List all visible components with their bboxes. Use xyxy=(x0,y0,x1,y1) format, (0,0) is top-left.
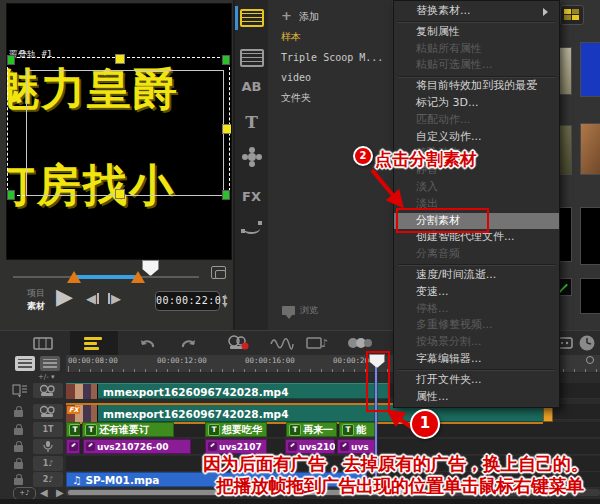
voice-clip[interactable]: uvs210726-00 xyxy=(83,439,191,454)
add-folder-button[interactable]: +添加 xyxy=(281,8,319,24)
videostudio-window: 魅力皇爵 订房找小 覆叠轨 #1 项目 素材 ▶ ◀ ▶ 00:00:22:01… xyxy=(0,0,600,504)
menu-item[interactable]: 变速... xyxy=(394,284,559,301)
track-view-toggle-b[interactable] xyxy=(40,356,60,371)
video-preview[interactable]: 魅力皇爵 订房找小 覆叠轨 #1 xyxy=(6,3,232,260)
scroll-left-button[interactable]: ◀ xyxy=(40,487,48,498)
rotate-handle[interactable] xyxy=(7,190,15,200)
title-clip[interactable]: T xyxy=(66,422,80,437)
rotate-handle[interactable] xyxy=(7,55,15,65)
music-track-2-icon[interactable]: 2♪ xyxy=(33,472,63,487)
browse-button[interactable]: 浏览 xyxy=(282,304,318,317)
menu-item[interactable]: 复制属性 xyxy=(394,24,559,41)
graphic-icon[interactable] xyxy=(238,145,265,169)
transition-icon[interactable]: AB xyxy=(238,74,265,98)
title-icon[interactable]: T xyxy=(238,110,265,134)
undo-icon[interactable] xyxy=(140,336,156,350)
library-category[interactable]: video xyxy=(281,72,311,83)
media-thumbnail[interactable] xyxy=(580,278,600,314)
voice-clip[interactable] xyxy=(66,439,80,454)
title-clip[interactable]: T还有谁要订 xyxy=(82,422,174,437)
step-2-label: 点击分割素材 xyxy=(375,148,477,171)
media-thumbnail[interactable] xyxy=(580,207,600,265)
track-view-toggle-a[interactable] xyxy=(15,356,35,371)
title-clip[interactable]: T想要吃华 xyxy=(205,422,267,437)
auto-music-icon[interactable]: ♪ xyxy=(306,335,328,351)
music-track-1-icon[interactable]: 1♪ xyxy=(33,456,63,471)
title-bounding-box[interactable] xyxy=(26,70,224,196)
motion-tracking-icon[interactable] xyxy=(347,336,373,350)
rotate-handle[interactable] xyxy=(222,190,230,200)
window-bottom-edge xyxy=(0,499,600,504)
track-lock-icon[interactable] xyxy=(12,439,28,454)
menu-item[interactable]: 标记为 3D... xyxy=(394,95,559,112)
music-note-icon: ♫ xyxy=(66,474,85,486)
annotation-note-line2: 把播放帧拖到广告出现的位置单击鼠标右键菜单 xyxy=(216,474,584,498)
menu-item: 匹配动作... xyxy=(394,112,559,129)
scroll-right-button[interactable]: ▶ xyxy=(56,487,64,498)
menu-item: 分离音频 xyxy=(394,246,559,263)
menu-item[interactable]: 打开文件夹... xyxy=(394,372,559,389)
title-clip[interactable]: T再来一 xyxy=(286,422,337,437)
timecode-spinner[interactable]: ▲▼ xyxy=(221,291,229,309)
menu-item[interactable]: 替换素材... xyxy=(394,3,559,20)
ruler-timestamp: 00:00:08:00 xyxy=(68,356,118,365)
clip-mode-label[interactable]: 素材 xyxy=(27,301,45,312)
video-track-icon[interactable] xyxy=(33,383,63,398)
project-mode-label[interactable]: 项目 xyxy=(27,288,45,299)
phone-icon xyxy=(208,442,217,451)
play-button[interactable]: ▶ xyxy=(56,284,73,309)
next-frame-button[interactable]: ▶ xyxy=(108,291,121,306)
menu-item: 停格... xyxy=(394,301,559,318)
timecode-display[interactable]: 00:00:22:01 xyxy=(155,291,220,311)
title-badge-icon: T xyxy=(208,424,220,436)
gallery-view-button[interactable] xyxy=(560,5,584,25)
menu-item[interactable]: 自定义动作... xyxy=(394,129,559,146)
library-sidebar: ABTFX xyxy=(235,0,268,330)
title-track-icon[interactable]: 1T xyxy=(33,422,63,437)
instant-project-icon[interactable] xyxy=(238,46,265,70)
title-clip[interactable]: T能 xyxy=(339,422,377,437)
record-capture-icon[interactable] xyxy=(227,335,249,351)
track-manager-button[interactable]: +/- ▾ xyxy=(38,373,55,381)
enlarge-preview-icon[interactable] xyxy=(211,266,226,279)
menu-item: 按场景分割... xyxy=(394,334,559,351)
menu-item[interactable]: 属性... xyxy=(394,389,559,406)
trim-range[interactable] xyxy=(75,275,139,279)
menu-item[interactable]: 将目前特效加到我的最爱 xyxy=(394,78,559,95)
track-lock-icon[interactable] xyxy=(12,404,28,419)
rotate-handle[interactable] xyxy=(222,55,230,65)
resize-handle[interactable] xyxy=(222,124,232,134)
track-lock-icon[interactable] xyxy=(12,422,28,437)
resize-handle[interactable] xyxy=(115,189,125,199)
library-category[interactable]: 样本 xyxy=(281,30,301,44)
scrub-marker[interactable] xyxy=(142,260,159,276)
video-clip[interactable]: mmexport1626096742028.mp4 xyxy=(66,383,390,399)
storyboard-view-icon[interactable] xyxy=(33,337,53,350)
title-badge-icon: T xyxy=(69,424,80,436)
overlay-track-icon[interactable] xyxy=(33,404,63,419)
sound-mixer-icon[interactable] xyxy=(270,336,294,350)
voice-track-icon[interactable] xyxy=(33,439,63,454)
library-category[interactable]: Triple Scoop M... xyxy=(281,52,383,63)
redo-icon[interactable] xyxy=(180,336,196,350)
track-lock-icon[interactable] xyxy=(12,472,28,487)
menu-item: 粘贴可选属性... xyxy=(394,57,559,74)
track-lock-icon[interactable] xyxy=(12,456,28,471)
menu-item[interactable]: 字幕编辑器... xyxy=(394,351,559,368)
media-thumbnail[interactable] xyxy=(580,42,600,97)
filter-icon[interactable]: FX xyxy=(238,184,265,208)
track-group-icon[interactable] xyxy=(12,383,28,398)
motion-path-icon[interactable] xyxy=(238,216,265,240)
timeline-view-icon[interactable] xyxy=(84,337,102,350)
media-thumbnail[interactable] xyxy=(580,123,600,175)
step-2-badge: 2 xyxy=(353,146,373,166)
split-clip-highlight-box xyxy=(396,208,489,233)
previous-frame-button[interactable]: ◀ xyxy=(86,291,99,306)
menu-item[interactable]: 速度/时间流逝... xyxy=(394,267,559,284)
duration-clock-icon[interactable] xyxy=(578,334,596,352)
resize-handle[interactable] xyxy=(115,54,125,64)
library-category[interactable]: 文件夹 xyxy=(281,91,311,105)
ruler-timestamp: 00:00:12:00 xyxy=(157,356,207,365)
preview-panel: 魅力皇爵 订房找小 覆叠轨 #1 项目 素材 ▶ ◀ ▶ 00:00:22:01… xyxy=(0,0,235,330)
media-icon[interactable] xyxy=(238,6,265,30)
